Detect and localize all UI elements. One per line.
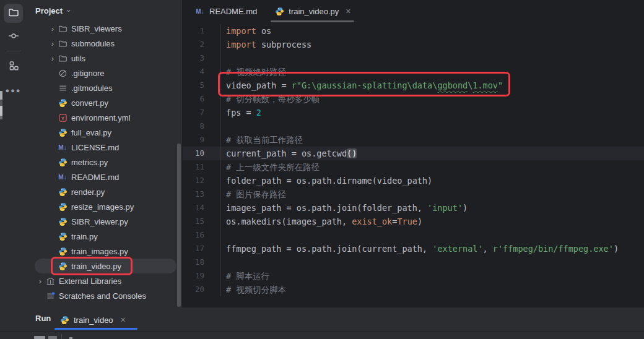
tree-item--gitignore[interactable]: .gitignore — [27, 66, 182, 80]
code-line-13[interactable]: 13# 图片保存路径 — [183, 187, 644, 201]
line-number: 2 — [183, 38, 221, 51]
code-line-text — [221, 255, 226, 269]
activity-divider — [6, 51, 20, 51]
tree-item-label: .gitmodules — [71, 84, 112, 93]
python-icon — [57, 261, 68, 271]
tree-item-full-eval-py[interactable]: full_eval.py — [27, 125, 182, 140]
code-line-16[interactable]: 16 — [183, 228, 644, 242]
code-line-2[interactable]: 2import subprocess — [183, 38, 644, 51]
close-icon[interactable]: × — [346, 6, 350, 16]
tree-item-label: submodules — [71, 39, 115, 48]
code-line-11[interactable]: 11# 上一级文件夹所在路径 — [183, 160, 644, 174]
chevron-right-icon[interactable]: › — [48, 39, 57, 48]
code-line-8[interactable]: 8 — [183, 119, 644, 133]
code-editor[interactable]: 1import os2import subprocess34# 视频绝对路径5v… — [183, 22, 644, 296]
clipped-console-toolbar — [34, 336, 45, 339]
tree-item-label: External Libraries — [59, 277, 121, 286]
project-tree-scrollbar[interactable] — [177, 144, 181, 307]
python-icon — [57, 246, 68, 256]
structure-tool-button[interactable] — [4, 57, 23, 76]
tree-item-render-py[interactable]: render.py — [27, 184, 182, 199]
line-number: 12 — [183, 174, 221, 187]
code-line-17[interactable]: 17ffmpeg_path = os.path.join(current_pat… — [183, 242, 644, 255]
code-line-text: images_path = os.path.join(folder_path, … — [221, 201, 468, 215]
tree-item-label: resize_images.py — [71, 202, 134, 212]
code-line-text: ffmpeg_path = os.path.join(current_path,… — [221, 242, 619, 255]
tree-item-sibr-viewers[interactable]: ›SIBR_viewers — [27, 21, 182, 36]
python-icon — [57, 187, 68, 197]
background-window-sliver — [0, 116, 2, 119]
code-line-14[interactable]: 14images_path = os.path.join(folder_path… — [183, 201, 644, 215]
tree-item-train-images-py[interactable]: train_images.py — [27, 244, 182, 259]
line-number: 13 — [183, 187, 221, 201]
close-icon[interactable]: × — [121, 315, 126, 325]
tree-item-readme-md[interactable]: M↓README.md — [27, 170, 182, 184]
tree-item-license-md[interactable]: M↓LICENSE.md — [27, 140, 182, 155]
code-line-text — [221, 228, 226, 242]
code-line-text: # 视频绝对路径 — [221, 65, 286, 79]
activity-bar: ●●● — [0, 0, 27, 339]
code-line-10[interactable]: 10current_path = os.getcwd() — [183, 147, 644, 160]
tree-item-train-py[interactable]: train.py — [27, 229, 182, 244]
clipped-console-toolbar — [61, 334, 62, 339]
code-line-7[interactable]: 7fps = 2 — [183, 106, 644, 119]
chevron-right-icon[interactable]: › — [48, 24, 57, 33]
run-tab-train-video[interactable]: train_video × — [59, 311, 126, 328]
line-number: 1 — [183, 24, 221, 38]
commit-tool-button[interactable] — [4, 27, 23, 46]
python-icon — [274, 6, 284, 16]
tree-item-label: SIBR_viewer.py — [71, 217, 128, 226]
tree-item-environment-yml[interactable]: Yenvironment.yml — [27, 110, 182, 125]
tree-item-train-video-py[interactable]: train_video.py — [27, 259, 182, 273]
line-number: 5 — [183, 79, 221, 92]
code-line-9[interactable]: 9# 获取当前工作路径 — [183, 133, 644, 147]
tree-item-metrics-py[interactable]: metrics.py — [27, 155, 182, 170]
line-number: 4 — [183, 65, 221, 79]
line-number: 16 — [183, 228, 221, 242]
chevron-right-icon[interactable]: › — [48, 54, 57, 63]
line-number: 19 — [183, 269, 221, 283]
python-icon — [57, 157, 68, 167]
code-line-19[interactable]: 19# 脚本运行 — [183, 269, 644, 283]
markdown-icon: M↓ — [195, 6, 205, 16]
project-tool-button[interactable] — [4, 4, 23, 23]
commit-icon — [8, 30, 19, 44]
editor-tab-bar: M↓ README.md train_video.py × — [183, 0, 644, 22]
code-line-text: os.makedirs(images_path, exist_ok=True) — [221, 215, 422, 228]
tab-label: train_video.py — [289, 7, 339, 16]
code-line-1[interactable]: 1import os — [183, 24, 644, 38]
tree-item--gitmodules[interactable]: .gitmodules — [27, 80, 182, 95]
tree-item-convert-py[interactable]: convert.py — [27, 95, 182, 110]
tab-train-video-py[interactable]: train_video.py × — [266, 0, 359, 22]
code-line-text: # 切分帧数，每秒多少帧 — [221, 92, 320, 106]
project-header-dropdown[interactable]: Project › — [27, 0, 182, 21]
code-line-6[interactable]: 6# 切分帧数，每秒多少帧 — [183, 92, 644, 106]
code-line-text: # 图片保存路径 — [221, 187, 286, 201]
chevron-right-icon[interactable]: › — [36, 277, 45, 286]
tree-item-submodules[interactable]: ›submodules — [27, 36, 182, 51]
folder-icon — [57, 24, 68, 33]
tree-item-resize-images-py[interactable]: resize_images.py — [27, 199, 182, 214]
line-number: 7 — [183, 106, 221, 119]
modules-icon — [57, 83, 68, 93]
python-icon — [57, 98, 68, 108]
code-line-3[interactable]: 3 — [183, 51, 644, 65]
more-tool-windows-icon[interactable]: ●●● — [0, 87, 27, 94]
tree-item-sibr-viewer-py[interactable]: SIBR_viewer.py — [27, 214, 182, 229]
tree-item-external-libraries[interactable]: ›External Libraries — [27, 273, 182, 288]
code-line-20[interactable]: 20# 视频切分脚本 — [183, 283, 644, 296]
tree-item-utils[interactable]: ›utils — [27, 51, 182, 66]
tab-readme-md[interactable]: M↓ README.md — [186, 0, 266, 22]
code-line-4[interactable]: 4# 视频绝对路径 — [183, 65, 644, 79]
code-line-18[interactable]: 18 — [183, 255, 644, 269]
tree-item-scratches-and-consoles[interactable]: Scratches and Consoles — [27, 288, 182, 303]
line-number: 15 — [183, 215, 221, 228]
code-line-15[interactable]: 15os.makedirs(images_path, exist_ok=True… — [183, 215, 644, 228]
structure-icon — [8, 60, 19, 74]
ignore-icon — [57, 68, 68, 78]
code-line-12[interactable]: 12folder_path = os.path.dirname(video_pa… — [183, 174, 644, 187]
code-line-text — [221, 119, 226, 133]
code-line-5[interactable]: 5video_path = r"G:\gaussian-splatting\da… — [183, 79, 644, 92]
python-icon — [57, 202, 68, 212]
code-line-text: import os — [221, 24, 271, 38]
